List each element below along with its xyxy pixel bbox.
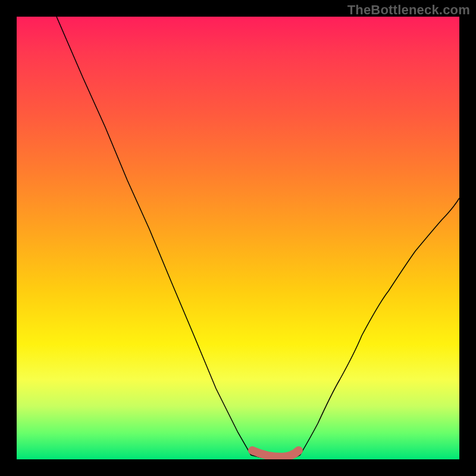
floor-highlight-bar	[252, 450, 299, 457]
curve-svg	[17, 17, 459, 459]
curve-left-branch	[57, 17, 251, 455]
watermark-text: TheBottleneck.com	[347, 2, 470, 18]
curve-right-branch	[300, 198, 459, 455]
plot-area	[17, 17, 459, 459]
chart-frame: TheBottleneck.com	[0, 0, 476, 476]
